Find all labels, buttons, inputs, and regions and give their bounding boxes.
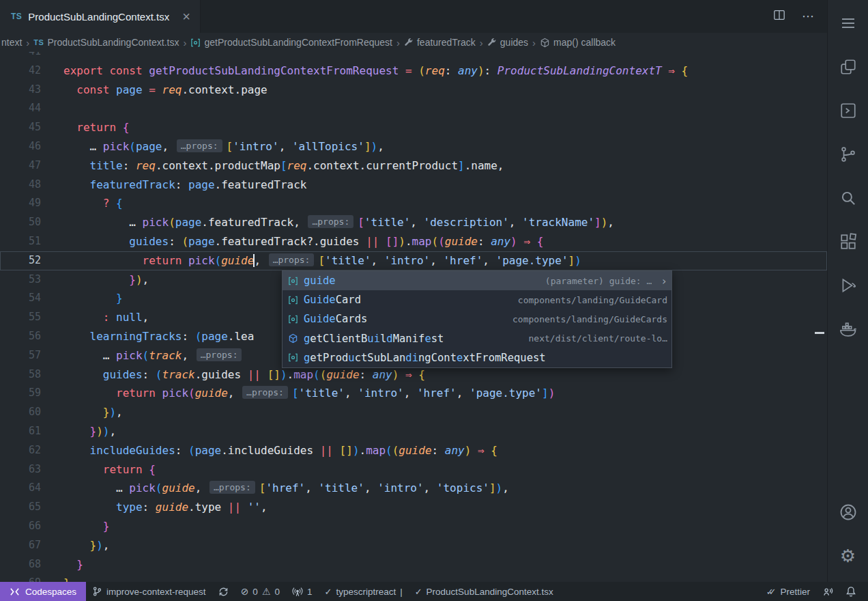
code-line[interactable]: 44 bbox=[0, 99, 827, 118]
code-line[interactable]: 68 } bbox=[0, 555, 827, 574]
close-icon[interactable]: × bbox=[182, 10, 190, 23]
breadcrumb-item[interactable]: ntext bbox=[1, 37, 22, 48]
code-token: 'page.type' bbox=[469, 387, 542, 400]
code-token: || bbox=[228, 501, 241, 514]
code-token: [] bbox=[340, 444, 353, 457]
code-token: … bbox=[63, 140, 103, 153]
code-line[interactable]: 67 }), bbox=[0, 536, 827, 555]
code-token: [ bbox=[227, 140, 233, 153]
code-line[interactable]: 60 }), bbox=[0, 403, 827, 422]
problems-button[interactable]: ⊘ 0 ⚠ 0 bbox=[235, 582, 286, 601]
suggestion-item[interactable]: getClientBuildManifestnext/dist/client/r… bbox=[283, 329, 671, 348]
live-share-icon[interactable] bbox=[816, 582, 839, 601]
code-token bbox=[63, 406, 103, 419]
file-status-button[interactable]: ✓ ProductSubLandingContext.tsx bbox=[409, 582, 560, 601]
code-token: [] bbox=[267, 368, 280, 381]
code-line[interactable]: 41 bbox=[0, 52, 827, 61]
breadcrumb-item[interactable]: map() callback bbox=[540, 37, 616, 48]
code-token bbox=[399, 64, 405, 77]
account-icon[interactable] bbox=[828, 494, 868, 530]
suggestion-item[interactable]: getProductSubLandingContextFromRequest bbox=[283, 348, 671, 367]
notifications-bell-icon[interactable] bbox=[839, 582, 863, 601]
breadcrumb-label: featuredTrack bbox=[417, 37, 476, 48]
code-line[interactable]: 64 … pick(guide, …props:['href', 'title'… bbox=[0, 479, 827, 498]
code-token: [ bbox=[292, 387, 299, 400]
code-token: pick bbox=[129, 481, 156, 494]
code-token: learningTracks bbox=[90, 330, 182, 343]
code-token: ) bbox=[399, 235, 405, 248]
panel-icon[interactable] bbox=[828, 93, 868, 128]
code-token: ) bbox=[392, 368, 399, 381]
expand-docs-icon[interactable]: › bbox=[661, 275, 667, 288]
code-token: guide bbox=[162, 481, 195, 494]
language-mode-button[interactable]: ✓ typescriptreact | bbox=[318, 582, 408, 601]
scrollbar-thumb[interactable] bbox=[815, 332, 824, 334]
language-label: typescriptreact bbox=[336, 587, 396, 597]
cube-icon bbox=[540, 38, 550, 48]
code-token: ( bbox=[195, 330, 202, 343]
line-number: 60 bbox=[0, 403, 41, 422]
code-line[interactable]: 42export const getProductSubLandingConte… bbox=[0, 61, 827, 81]
line-number: 47 bbox=[0, 156, 41, 176]
code-line[interactable]: 52 return pick(guide, …props:['title', '… bbox=[0, 251, 827, 270]
code-line[interactable]: 46 … pick(page, …props:['intro', 'allTop… bbox=[0, 137, 827, 156]
breadcrumb-item[interactable]: getProductSubLandingContextFromRequest bbox=[190, 37, 392, 48]
breadcrumb-item[interactable]: TSProductSubLandingContext.tsx bbox=[33, 37, 179, 48]
settings-gear-icon[interactable]: ⚙ bbox=[828, 538, 868, 574]
code-line[interactable]: 62 includeGuides: (page.includeGuides ||… bbox=[0, 441, 827, 460]
prettier-button[interactable]: ✓✓ Prettier bbox=[760, 582, 816, 601]
split-editor-icon[interactable] bbox=[773, 9, 785, 24]
code-line[interactable]: 63 return { bbox=[0, 460, 827, 479]
suggestion-item[interactable]: guide(parameter) guide: …› bbox=[283, 271, 671, 290]
code-line[interactable]: 50 … pick(page.featuredTrack, …props:['t… bbox=[0, 213, 827, 232]
files-icon[interactable] bbox=[828, 49, 868, 85]
search-icon[interactable] bbox=[828, 180, 868, 216]
code-token: .name, bbox=[465, 159, 504, 172]
menu-icon[interactable] bbox=[828, 5, 868, 41]
editor-tab[interactable]: TS ProductSubLandingContext.tsx × bbox=[0, 0, 201, 33]
code-token: 'intro' bbox=[377, 481, 423, 494]
docker-icon[interactable] bbox=[828, 311, 868, 347]
code-token: ] bbox=[542, 387, 549, 400]
suggestion-item[interactable]: GuideCardcomponents/landing/GuideCard bbox=[283, 290, 671, 309]
git-branch-button[interactable]: improve-context-request bbox=[86, 582, 212, 601]
code-token: : bbox=[484, 64, 497, 77]
sync-button[interactable] bbox=[212, 582, 235, 601]
code-editor[interactable]: 4142export const getProductSubLandingCon… bbox=[0, 52, 827, 582]
status-bar-right: ✓✓ Prettier bbox=[760, 582, 868, 601]
code-token: export bbox=[63, 64, 103, 77]
code-line[interactable]: 61 })), bbox=[0, 422, 827, 441]
code-line[interactable]: 59 return pick(guide, …props:['title', '… bbox=[0, 384, 827, 403]
code-line[interactable]: 45 return { bbox=[0, 118, 827, 137]
code-token: return bbox=[116, 387, 156, 400]
code-token: .featuredTrack, bbox=[201, 216, 306, 229]
code-line[interactable]: 43 const page = req.context.page bbox=[0, 81, 827, 100]
code-text: } bbox=[63, 289, 123, 308]
source-control-icon[interactable] bbox=[828, 137, 868, 172]
more-actions-icon[interactable]: ⋯ bbox=[802, 9, 815, 24]
code-token: ) bbox=[465, 444, 472, 457]
codespaces-remote-button[interactable]: Codespaces bbox=[0, 582, 86, 601]
code-line[interactable]: 51 guides: (page.featuredTrack?.guides |… bbox=[0, 232, 827, 251]
extensions-icon[interactable] bbox=[828, 224, 868, 260]
ports-button[interactable]: 1 bbox=[286, 582, 319, 601]
code-token: 'intro' bbox=[233, 140, 278, 153]
wrench-icon bbox=[487, 38, 497, 47]
code-token: 'intro' bbox=[358, 387, 403, 400]
code-line[interactable]: 49 ? { bbox=[0, 194, 827, 213]
run-debug-icon[interactable] bbox=[828, 268, 868, 303]
code-token: guide bbox=[326, 368, 359, 381]
code-token: ( bbox=[313, 368, 320, 381]
code-token bbox=[63, 254, 143, 267]
code-line[interactable]: 47 title: req.context.productMap[req.con… bbox=[0, 156, 827, 176]
code-token: ) bbox=[496, 481, 503, 494]
code-line[interactable]: 66 } bbox=[0, 517, 827, 536]
code-line[interactable]: 69} bbox=[0, 574, 827, 582]
suggestion-item[interactable]: GuideCardscomponents/landing/GuideCards bbox=[283, 309, 671, 329]
code-text: } bbox=[63, 517, 109, 536]
code-line[interactable]: 65 type: guide.type || '', bbox=[0, 498, 827, 517]
code-text: … pick(track, …props: bbox=[63, 346, 246, 365]
code-line[interactable]: 48 featuredTrack: page.featuredTrack bbox=[0, 176, 827, 195]
breadcrumb-item[interactable]: featuredTrack bbox=[404, 37, 476, 48]
breadcrumb-item[interactable]: guides bbox=[487, 37, 528, 48]
